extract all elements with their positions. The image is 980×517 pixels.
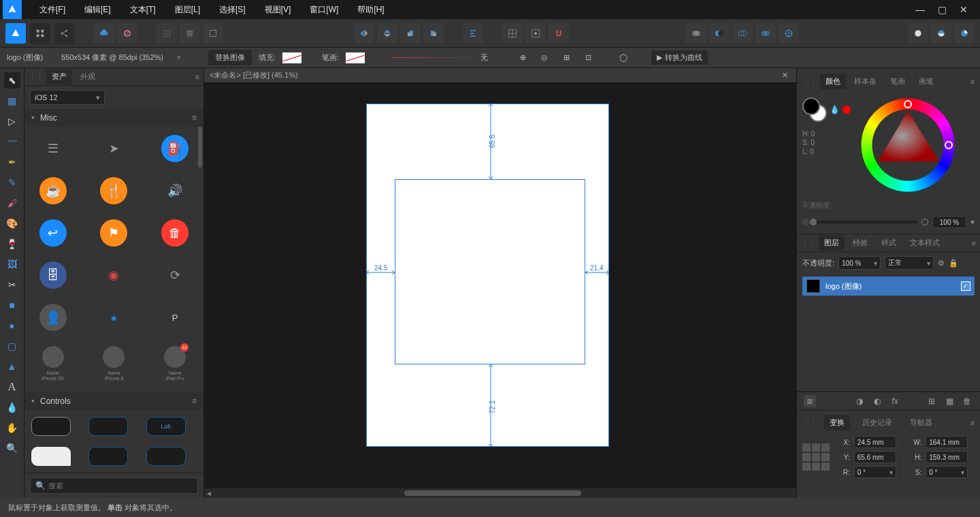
- artboard-tool[interactable]: ▦: [4, 93, 20, 109]
- asset-reply-icon[interactable]: ↩: [39, 219, 67, 247]
- adjustment-icon[interactable]: ◐: [871, 395, 883, 407]
- pen-tool[interactable]: ✒: [4, 154, 20, 170]
- assets-scrollbar[interactable]: [198, 127, 202, 168]
- menu-layer[interactable]: 图层[L]: [175, 4, 200, 16]
- lock-icon[interactable]: 🔒: [949, 259, 958, 268]
- asset-spinner-icon[interactable]: ⟳: [161, 262, 189, 289]
- boolean-subtract-button[interactable]: [709, 23, 730, 44]
- control-item[interactable]: [31, 447, 71, 466]
- asset-radio-icon[interactable]: ◉: [100, 304, 127, 331]
- appearance-tab[interactable]: 外观: [75, 69, 101, 84]
- asset-location-icon[interactable]: ➤: [100, 135, 127, 162]
- triangle-tool[interactable]: ▲: [4, 358, 20, 375]
- color-swatch-pair[interactable]: [802, 97, 827, 122]
- panel-menu-icon[interactable]: ≡: [970, 78, 975, 86]
- menu-edit[interactable]: 编辑[E]: [84, 4, 111, 16]
- boolean-xor-button[interactable]: [755, 23, 776, 44]
- panel-grip-icon[interactable]: ⋮⋮: [801, 238, 816, 247]
- asset-coffee-icon[interactable]: ☕: [39, 177, 67, 204]
- asset-preset-select[interactable]: iOS 12▾: [30, 90, 105, 105]
- section-controls-header[interactable]: ▸Controls ≡: [24, 392, 203, 410]
- panel-menu-icon[interactable]: ≡: [972, 239, 976, 247]
- share-button[interactable]: [54, 23, 75, 44]
- asset-flag-icon[interactable]: ⚑: [100, 219, 127, 247]
- gear-icon[interactable]: ⚙: [938, 259, 945, 268]
- menu-select[interactable]: 选择[S]: [219, 4, 246, 16]
- asset-list-icon[interactable]: ☰: [39, 135, 67, 162]
- glass-tool[interactable]: 🍷: [4, 236, 20, 252]
- shape-circle-button[interactable]: [908, 23, 928, 44]
- canvas-viewport[interactable]: 65.6 24.5 21.4 72.1: [204, 83, 796, 488]
- navigator-tab[interactable]: 导航器: [904, 415, 938, 430]
- y-input[interactable]: 65.6 mm: [854, 451, 896, 463]
- menu-help[interactable]: 帮助[H]: [357, 4, 384, 16]
- target-icon[interactable]: ⊕: [515, 50, 530, 65]
- h-input[interactable]: 159.3 mm: [926, 451, 968, 463]
- fill-tool[interactable]: 🎨: [4, 215, 20, 232]
- asset-fuel-icon[interactable]: ⛽: [161, 135, 189, 162]
- magnet-button[interactable]: [549, 23, 569, 44]
- hand-tool[interactable]: ✋: [4, 420, 20, 436]
- rounded-rect-tool[interactable]: ▢: [4, 338, 20, 354]
- color-tab[interactable]: 颜色: [820, 74, 846, 89]
- boolean-divide-button[interactable]: [779, 23, 799, 44]
- window-close-button[interactable]: ✕: [956, 3, 972, 16]
- persona-designer-button[interactable]: [5, 23, 26, 44]
- shape-halfcircle-button[interactable]: [931, 23, 951, 44]
- group-icon[interactable]: ▦: [943, 395, 956, 407]
- asset-search-input[interactable]: [30, 477, 198, 494]
- menu-text[interactable]: 文本[T]: [130, 4, 156, 16]
- x-input[interactable]: 24.5 mm: [854, 436, 896, 448]
- menu-file[interactable]: 文件[F]: [39, 4, 65, 16]
- document-tab-close[interactable]: ✕: [779, 71, 791, 80]
- menu-view[interactable]: 视图[V]: [265, 4, 291, 16]
- shape-quarter-button[interactable]: [954, 23, 975, 44]
- selected-object[interactable]: [395, 179, 585, 364]
- mask-icon[interactable]: ◑: [853, 395, 866, 407]
- replace-image-button[interactable]: 替换图像: [208, 50, 252, 65]
- asset-fingerprint-icon[interactable]: ◉: [100, 262, 127, 289]
- pen-curve-tool[interactable]: 〰: [4, 134, 20, 150]
- control-item[interactable]: [31, 417, 71, 436]
- text-styles-tab[interactable]: 文本样式: [904, 235, 945, 251]
- history-tab[interactable]: 历史记录: [857, 415, 898, 430]
- eyedropper-icon[interactable]: 💧: [830, 105, 840, 114]
- grid-lines-button[interactable]: [180, 23, 200, 44]
- text-tool[interactable]: A: [4, 379, 20, 395]
- asset-trash-icon[interactable]: 🗑: [161, 219, 189, 247]
- stroke-swatch[interactable]: [346, 52, 365, 63]
- color-wheel[interactable]: [858, 95, 958, 195]
- asset-device-ipad[interactable]: 12: [164, 346, 186, 368]
- effects-tab[interactable]: 特效: [847, 235, 873, 251]
- crop-tool[interactable]: ✂: [4, 277, 20, 293]
- stroke-style-label[interactable]: 无: [480, 52, 488, 63]
- layer-opacity-input[interactable]: 100 %▾: [838, 256, 881, 270]
- control-item-label[interactable]: Lab: [146, 417, 186, 436]
- horizontal-scrollbar[interactable]: ◂: [204, 488, 796, 498]
- zoom-info[interactable]: 550x534 像素 @ 85dpi (352%): [61, 52, 170, 63]
- cloud-sync-button[interactable]: [94, 23, 114, 44]
- anchor-selector[interactable]: [802, 443, 830, 471]
- transform-tab[interactable]: 变换: [824, 415, 850, 430]
- boolean-add-button[interactable]: [686, 23, 706, 44]
- move-tool[interactable]: ⬉: [4, 72, 20, 89]
- asset-sound-icon[interactable]: 🔊: [161, 177, 189, 204]
- node-tool[interactable]: ▷: [4, 113, 20, 129]
- control-item[interactable]: [88, 447, 128, 466]
- w-input[interactable]: 164.1 mm: [926, 436, 968, 448]
- opacity-value[interactable]: 100 %: [932, 216, 966, 228]
- eyedropper-tool[interactable]: 💧: [4, 399, 20, 416]
- assets-tab[interactable]: 资产: [46, 69, 72, 84]
- current-color-dot[interactable]: [843, 106, 851, 114]
- zoom-tool[interactable]: 🔍: [4, 440, 20, 456]
- asset-device-se[interactable]: [42, 346, 64, 368]
- fill-swatch[interactable]: [282, 52, 301, 63]
- sync-off-button[interactable]: [117, 23, 137, 44]
- image-tool[interactable]: 🖼: [4, 256, 20, 272]
- swatches-tab[interactable]: 样本条: [849, 74, 882, 89]
- document-tab[interactable]: <未命名> [已修改] (45.1%): [210, 70, 298, 80]
- asset-apple-pay-icon[interactable]: P: [161, 304, 189, 331]
- layer-visibility-checkbox[interactable]: ✓: [961, 281, 970, 291]
- snap-icon[interactable]: ⊞: [559, 50, 574, 65]
- asset-archive-icon[interactable]: 🗄: [39, 262, 67, 289]
